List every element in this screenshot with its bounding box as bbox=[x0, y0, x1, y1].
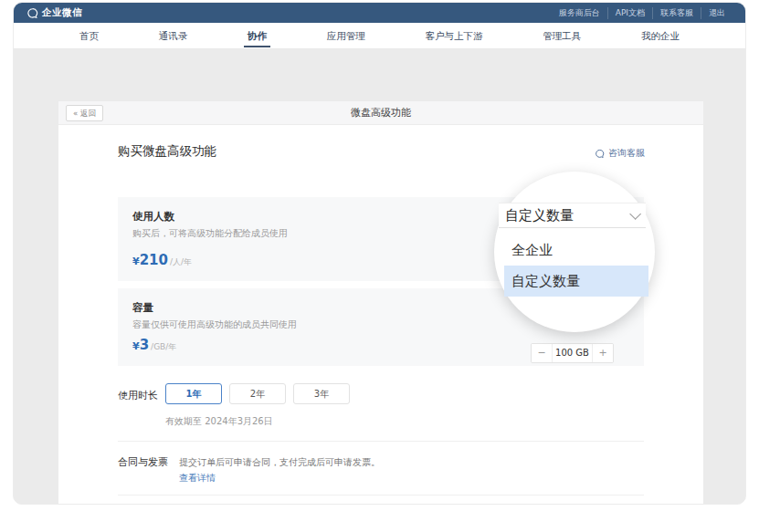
users-section-desc: 购买后，可将高级功能分配给成员使用 bbox=[132, 227, 288, 240]
storage-price: ¥3/GB/年 bbox=[132, 336, 176, 353]
storage-amount: 3 bbox=[140, 337, 149, 353]
link-api-docs[interactable]: API文档 bbox=[607, 7, 652, 19]
headset-icon bbox=[595, 149, 605, 159]
users-amount: 210 bbox=[140, 252, 168, 268]
tab-admin-tools[interactable]: 管理工具 bbox=[543, 23, 581, 48]
duration-label: 使用时长 bbox=[118, 389, 158, 402]
storage-quantity-stepper: − 100 GB + bbox=[531, 343, 614, 363]
storage-unit: /GB/年 bbox=[151, 342, 176, 351]
tab-customers[interactable]: 客户与上下游 bbox=[426, 23, 483, 48]
storage-currency: ¥ bbox=[132, 340, 140, 352]
storage-section-desc: 容量仅供可使用高级功能的成员共同使用 bbox=[132, 318, 297, 331]
page-title: 微盘高级功能 bbox=[58, 101, 703, 125]
link-contact-support[interactable]: 联系客服 bbox=[652, 7, 701, 19]
link-logout[interactable]: 退出 bbox=[701, 7, 733, 19]
purchase-heading: 购买微盘高级功能 bbox=[118, 143, 216, 160]
tab-contacts[interactable]: 通讯录 bbox=[159, 23, 188, 48]
card-title-bar: « 返回 微盘高级功能 bbox=[58, 101, 703, 125]
stepper-minus-button[interactable]: − bbox=[532, 344, 552, 362]
page-body: « 返回 微盘高级功能 购买微盘高级功能 咨询客服 使用人数 购买后，可将高级功… bbox=[14, 49, 745, 504]
divider bbox=[118, 441, 644, 442]
scope-option-whole-enterprise[interactable]: 全企业 bbox=[504, 235, 648, 266]
users-price: ¥210/人/年 bbox=[132, 251, 192, 268]
logo-text: 企业微信 bbox=[42, 6, 82, 19]
chevron-down-icon bbox=[629, 208, 641, 220]
duration-3-year-button[interactable]: 3年 bbox=[293, 383, 350, 404]
tab-collaboration[interactable]: 协作 bbox=[248, 23, 267, 48]
top-links: 服务商后台 API文档 联系客服 退出 bbox=[552, 7, 733, 19]
expiry-date-text: 有效期至 2024年3月26日 bbox=[165, 415, 273, 428]
users-unit: /人/年 bbox=[170, 257, 192, 266]
app-window: 企业微信 服务商后台 API文档 联系客服 退出 首页 通讯录 协作 应用管理 … bbox=[13, 2, 746, 505]
tab-my-enterprise[interactable]: 我的企业 bbox=[641, 23, 680, 48]
contract-invoice-label: 合同与发票 bbox=[118, 455, 168, 469]
contract-invoice-desc: 提交订单后可申请合同，支付完成后可申请发票。 bbox=[179, 456, 380, 469]
stepper-plus-button[interactable]: + bbox=[593, 344, 613, 362]
stepper-value[interactable]: 100 GB bbox=[552, 344, 593, 362]
divider bbox=[118, 495, 644, 495]
view-details-link[interactable]: 查看详情 bbox=[179, 472, 216, 485]
nav-tabs: 首页 通讯录 协作 应用管理 客户与上下游 管理工具 我的企业 bbox=[79, 23, 680, 48]
link-service-console[interactable]: 服务商后台 bbox=[552, 7, 607, 19]
duration-2-year-button[interactable]: 2年 bbox=[229, 383, 286, 404]
nav-bar: 首页 通讯录 协作 应用管理 客户与上下游 管理工具 我的企业 bbox=[14, 23, 745, 49]
tab-home[interactable]: 首页 bbox=[79, 23, 99, 48]
duration-1-year-button[interactable]: 1年 bbox=[165, 383, 222, 404]
scope-option-custom-quantity[interactable]: 自定义数量 bbox=[504, 266, 648, 297]
scope-dropdown-trigger[interactable]: 自定义数量 bbox=[499, 203, 646, 228]
users-section-title: 使用人数 bbox=[132, 210, 174, 224]
chat-bubble-icon bbox=[26, 7, 38, 19]
scope-dropdown-selected: 自定义数量 bbox=[505, 207, 574, 224]
storage-section-title: 容量 bbox=[132, 301, 153, 315]
tab-app-management[interactable]: 应用管理 bbox=[327, 23, 365, 48]
users-currency: ¥ bbox=[132, 256, 140, 267]
top-bar: 企业微信 服务商后台 API文档 联系客服 退出 bbox=[14, 3, 745, 23]
consult-support-link[interactable]: 咨询客服 bbox=[595, 147, 645, 160]
wecom-logo[interactable]: 企业微信 bbox=[26, 6, 82, 19]
consult-support-label: 咨询客服 bbox=[608, 147, 645, 160]
content-card: « 返回 微盘高级功能 购买微盘高级功能 咨询客服 使用人数 购买后，可将高级功… bbox=[58, 101, 703, 504]
